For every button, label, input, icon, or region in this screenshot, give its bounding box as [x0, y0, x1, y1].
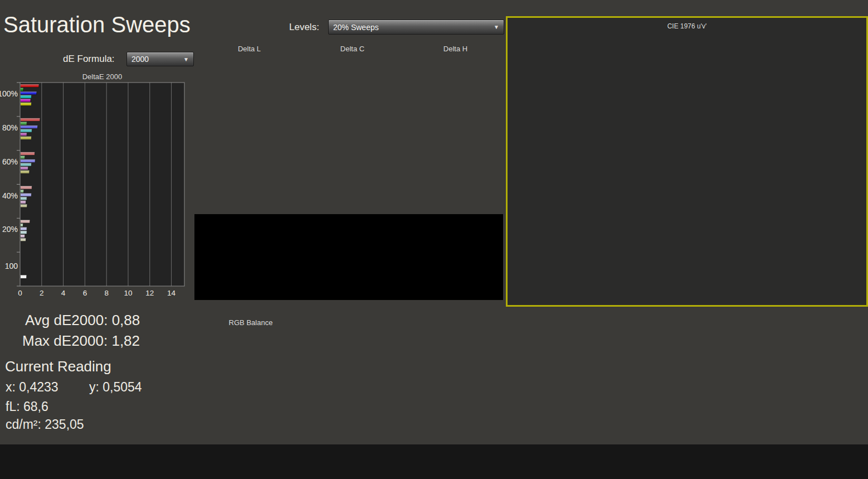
svg-text:80%: 80%: [2, 123, 18, 132]
svg-text:8: 8: [104, 289, 109, 297]
current-y-stat: y: 0,5054: [89, 380, 142, 395]
delta-h-chart: Delta H: [404, 43, 501, 217]
svg-text:0: 0: [18, 289, 22, 297]
rgb-balance-chart-title: RGB Balance: [186, 318, 316, 327]
deltae2000-plot: 100%80%60%40%20%10002468101214: [0, 71, 189, 301]
svg-text:100%: 100%: [0, 89, 18, 98]
de-formula-value: 2000: [131, 55, 149, 64]
svg-text:6: 6: [83, 289, 87, 297]
de-formula-dropdown[interactable]: 2000 ▼: [126, 52, 194, 66]
current-x-stat: x: 0,4233: [6, 380, 58, 395]
actual-target-swatch-panel: [194, 214, 503, 300]
de-formula-label: dE Formula:: [63, 54, 115, 65]
delta-c-chart: Delta C: [301, 43, 398, 217]
delta-l-chart: Delta L: [198, 43, 295, 217]
bottom-bar: [0, 444, 868, 479]
max-de2000-stat: Max dE2000: 1,82: [22, 332, 140, 350]
svg-text:10: 10: [124, 289, 132, 297]
levels-label: Levels:: [289, 22, 319, 33]
levels-dropdown[interactable]: 20% Sweeps ▼: [328, 20, 504, 35]
avg-de2000-stat: Avg dE2000: 0,88: [25, 312, 140, 329]
svg-text:40%: 40%: [2, 191, 18, 200]
svg-text:2: 2: [40, 289, 44, 297]
deltae2000-chart: DeltaE 2000 100%80%60%40%20%100024681012…: [0, 71, 189, 301]
current-fl-stat: fL: 68,6: [6, 399, 48, 414]
svg-text:4: 4: [61, 289, 66, 297]
svg-text:20%: 20%: [2, 225, 18, 234]
saturation-sweeps-page: Saturation Sweeps dE Formula: 2000 ▼ Lev…: [0, 0, 868, 479]
cie-chart-title: CIE 1976 u'v': [508, 22, 866, 30]
delta-c-chart-title: Delta C: [315, 45, 390, 53]
delta-h-chart-title: Delta H: [418, 45, 493, 53]
current-reading-heading: Current Reading: [5, 358, 111, 375]
levels-value: 20% Sweeps: [333, 23, 379, 32]
delta-l-chart-title: Delta L: [212, 45, 287, 53]
svg-text:60%: 60%: [2, 157, 18, 166]
rgb-balance-chart: RGB Balance: [162, 312, 329, 441]
deltae2000-chart-title: DeltaE 2000: [20, 72, 184, 81]
svg-text:14: 14: [167, 289, 176, 297]
current-cdm2-stat: cd/m²: 235,05: [6, 417, 84, 432]
svg-text:12: 12: [145, 289, 154, 297]
svg-text:100: 100: [5, 262, 18, 270]
chevron-down-icon: ▼: [183, 56, 189, 62]
page-title: Saturation Sweeps: [3, 12, 191, 37]
chevron-down-icon: ▼: [494, 24, 499, 30]
cie-chart: CIE 1976 u'v': [506, 16, 868, 307]
